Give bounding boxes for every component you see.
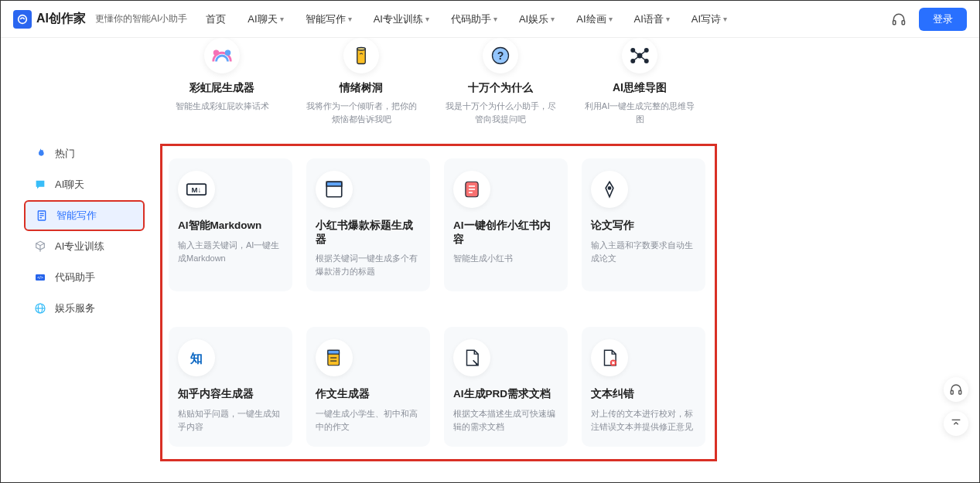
logo-icon <box>13 10 32 29</box>
main-nav: 首页 AI聊天▾ 智能写作▾ AI专业训练▾ 代码助手▾ AI娱乐▾ AI绘画▾… <box>206 12 891 26</box>
essay-icon <box>323 347 345 369</box>
svg-text:</>: </> <box>37 275 43 280</box>
svg-point-34 <box>608 187 610 189</box>
card-why[interactable]: ? 十万个为什么 我是十万个为什么小助手，尽管向我提问吧 <box>439 38 562 125</box>
window-icon <box>323 179 345 200</box>
svg-rect-43 <box>959 391 961 395</box>
cup-icon <box>350 44 373 67</box>
error-doc-icon <box>599 347 620 369</box>
sidebar: 热门 AI聊天 智能写作 AI专业训练 </> 代码助手 <box>1 38 145 482</box>
sidebar-item-label: 娱乐服务 <box>55 301 95 315</box>
writing-tools-grid: M↓ AI智能Markdown 输入主题关键词，AI一键生成Markdown 小… <box>160 144 717 461</box>
nav-code-assistant[interactable]: 代码助手▾ <box>451 12 497 26</box>
svg-point-40 <box>476 363 477 365</box>
float-support-button[interactable] <box>944 377 968 402</box>
svg-point-12 <box>213 50 220 56</box>
card-title: AI思维导图 <box>613 81 667 95</box>
support-icon[interactable] <box>891 12 907 27</box>
card-proofread[interactable]: 文本纠错 对上传的文本进行校对，标注错误文本并提供修正意见 <box>582 327 705 447</box>
cube-icon <box>33 240 47 253</box>
card-desc: 粘贴知乎问题，一键生成知乎内容 <box>178 407 283 433</box>
card-essay[interactable]: 作文生成器 一键生成小学生、初中和高中的作文 <box>306 327 430 447</box>
svg-rect-29 <box>326 182 342 186</box>
chevron-down-icon: ▾ <box>425 15 429 23</box>
sidebar-item-hot[interactable]: 热门 <box>24 138 145 169</box>
card-title: 小红书爆款标题生成器 <box>316 219 421 246</box>
nav-ai-drawing[interactable]: AI绘画▾ <box>576 12 612 26</box>
sidebar-item-label: AI聊天 <box>55 178 84 192</box>
card-title: 十万个为什么 <box>468 81 533 95</box>
sidebar-item-entertainment[interactable]: 娱乐服务 <box>24 293 145 324</box>
nav-home[interactable]: 首页 <box>206 12 226 26</box>
card-prd[interactable]: AI生成PRD需求文档 根据文本描述生成可快速编辑的需求文档 <box>444 327 568 447</box>
card-desc: 输入主题关键词，AI一键生成Markdown <box>178 239 283 264</box>
card-desc: 我是十万个为什么小助手，尽管向我提问吧 <box>443 100 558 125</box>
svg-rect-42 <box>951 391 953 395</box>
card-xiaohongshu-title[interactable]: 小红书爆款标题生成器 根据关键词一键生成多个有爆款潜力的标题 <box>306 158 430 291</box>
chevron-down-icon: ▾ <box>666 15 670 23</box>
svg-text:知: 知 <box>190 351 203 365</box>
card-title: AI智能Markdown <box>178 219 283 233</box>
nav-ai-poetry[interactable]: AI写诗▾ <box>691 12 727 26</box>
svg-line-24 <box>633 56 640 61</box>
chevron-down-icon: ▾ <box>493 15 497 23</box>
code-icon: </> <box>33 270 47 284</box>
zhihu-icon: 知 <box>186 347 207 369</box>
sidebar-item-chat[interactable]: AI聊天 <box>24 169 145 200</box>
nav-ai-training[interactable]: AI专业训练▾ <box>374 12 429 26</box>
nav-ai-chat[interactable]: AI聊天▾ <box>248 12 283 26</box>
card-mindmap[interactable]: AI思维导图 利用AI一键生成完整的思维导图 <box>578 38 702 125</box>
card-desc: 利用AI一键生成完整的思维导图 <box>582 100 697 125</box>
card-zhihu[interactable]: 知 知乎内容生成器 粘贴知乎问题，一键生成知乎内容 <box>169 327 292 447</box>
doc-icon <box>35 209 49 223</box>
nav-ai-entertainment[interactable]: AI娱乐▾ <box>519 12 555 26</box>
login-button[interactable]: 登录 <box>919 8 967 31</box>
card-desc: 根据文本描述生成可快速编辑的需求文档 <box>453 407 558 433</box>
nav-ai-voice[interactable]: AI语音▾ <box>634 12 670 26</box>
question-icon: ? <box>489 44 512 67</box>
chevron-down-icon: ▾ <box>609 15 613 23</box>
chevron-down-icon: ▾ <box>280 15 284 23</box>
svg-rect-37 <box>328 350 340 354</box>
sidebar-item-writing[interactable]: 智能写作 <box>24 200 145 231</box>
rainbow-icon <box>210 44 234 67</box>
card-rainbow[interactable]: 彩虹屁生成器 智能生成彩虹屁吹捧话术 <box>160 38 284 125</box>
prd-icon <box>461 347 483 369</box>
mindmap-icon <box>628 44 651 67</box>
card-desc: 智能生成小红书 <box>453 252 558 265</box>
card-markdown[interactable]: M↓ AI智能Markdown 输入主题关键词，AI一键生成Markdown <box>169 158 292 291</box>
svg-line-25 <box>640 56 647 61</box>
sidebar-item-label: 智能写作 <box>56 209 97 223</box>
markdown-icon: M↓ <box>186 179 207 200</box>
card-title: 知乎内容生成器 <box>178 387 283 401</box>
tagline: 更懂你的智能AI小助手 <box>95 12 187 26</box>
nav-smart-writing[interactable]: 智能写作▾ <box>306 12 352 26</box>
sidebar-item-label: 热门 <box>55 147 75 161</box>
card-title: AI一键创作小红书内容 <box>453 219 558 246</box>
card-title: 论文写作 <box>591 219 696 233</box>
card-desc: 对上传的文本进行校对，标注错误文本并提供修正意见 <box>591 407 696 433</box>
card-title: AI生成PRD需求文档 <box>453 387 558 401</box>
card-title: 文本纠错 <box>591 387 696 401</box>
fire-icon <box>33 147 47 161</box>
sidebar-item-training[interactable]: AI专业训练 <box>24 231 145 262</box>
svg-line-22 <box>633 50 640 56</box>
card-desc: 一键生成小学生、初中和高中的作文 <box>316 407 421 433</box>
globe-icon <box>33 301 47 315</box>
logo[interactable]: AI创作家 <box>13 10 86 29</box>
svg-text:M↓: M↓ <box>192 185 202 194</box>
back-to-top-button[interactable] <box>944 411 968 436</box>
card-desc: 根据关键词一键生成多个有爆款潜力的标题 <box>316 252 421 277</box>
card-tree-hole[interactable]: 情绪树洞 我将作为一个倾听者，把你的烦恼都告诉我吧 <box>299 38 423 125</box>
svg-rect-1 <box>893 20 896 24</box>
pen-icon <box>599 179 620 200</box>
sidebar-item-label: 代码助手 <box>55 270 95 284</box>
svg-rect-2 <box>902 20 904 24</box>
svg-point-0 <box>19 15 27 23</box>
card-desc: 智能生成彩虹屁吹捧话术 <box>176 100 269 113</box>
card-thesis[interactable]: 论文写作 输入主题和字数要求自动生成论文 <box>582 158 705 291</box>
card-xiaohongshu-content[interactable]: AI一键创作小红书内容 智能生成小红书 <box>444 158 568 291</box>
card-title: 作文生成器 <box>316 387 421 401</box>
sidebar-item-code[interactable]: </> 代码助手 <box>24 262 145 293</box>
svg-point-13 <box>225 50 231 56</box>
